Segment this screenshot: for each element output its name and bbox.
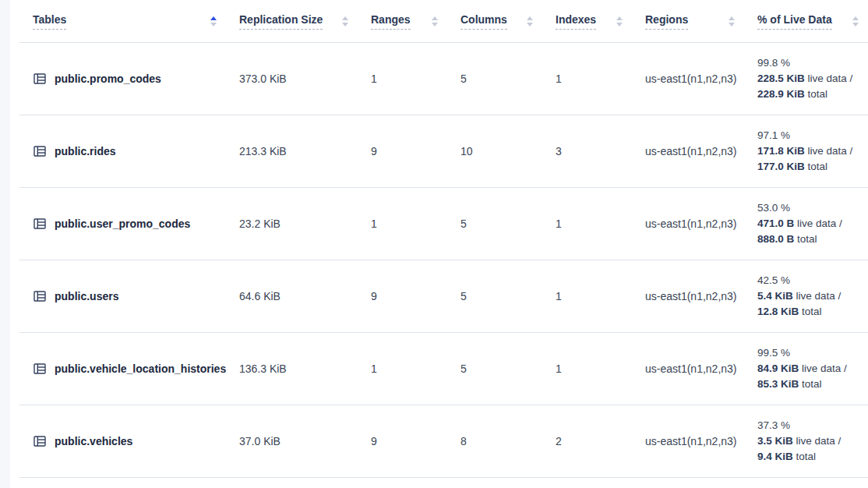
replication-size-value: 213.3 KiB — [226, 145, 358, 157]
indexes-value: 1 — [542, 217, 632, 230]
live-data-amount: 471.0 B live data / — [757, 216, 859, 232]
sort-desc-icon — [852, 23, 859, 27]
live-data-amount: 171.8 KiB live data / — [757, 143, 859, 159]
total-data-amount: 85.3 KiB total — [757, 377, 859, 392]
columns-value: 5 — [447, 72, 542, 85]
column-header-ranges[interactable]: Ranges — [358, 0, 447, 42]
table-grid-icon — [33, 362, 47, 376]
table-name-link[interactable]: public.vehicles — [55, 435, 132, 447]
column-header-label: Regions — [645, 13, 688, 30]
column-header-indexes[interactable]: Indexes — [542, 0, 632, 42]
indexes-value: 2 — [542, 435, 632, 447]
live-data-amount: 5.4 KiB live data / — [757, 288, 859, 304]
ranges-value: 1 — [358, 217, 447, 230]
sort-arrows-icon[interactable] — [852, 16, 859, 27]
replication-size-value: 23.2 KiB — [226, 217, 358, 230]
live-data-percent: 53.0 % — [757, 200, 859, 216]
sort-asc-icon — [432, 16, 438, 20]
database-tables-card: Tables Replication Size Ranges Columns I… — [10, 0, 868, 488]
sort-asc-icon — [729, 16, 735, 20]
live-data-cell: 99.8 % 228.5 KiB live data / 228.9 KiB t… — [744, 55, 868, 102]
column-header-columns[interactable]: Columns — [447, 0, 542, 42]
table-name-cell: public.promo_codes — [19, 72, 226, 86]
table-grid-icon — [33, 289, 47, 303]
regions-value: us-east1(n1,n2,n3) — [632, 72, 744, 85]
column-header-label: Indexes — [556, 13, 596, 30]
sort-arrows-icon[interactable] — [432, 16, 438, 27]
page-background: Tables Replication Size Ranges Columns I… — [0, 0, 868, 488]
columns-value: 5 — [447, 290, 542, 302]
sort-arrows-icon[interactable] — [616, 16, 623, 27]
table-name-cell: public.user_promo_codes — [19, 217, 226, 231]
columns-value: 10 — [447, 145, 542, 157]
columns-value: 5 — [447, 217, 542, 230]
table-grid-icon — [33, 217, 47, 231]
table-row[interactable]: public.user_promo_codes 23.2 KiB 1 5 1 u… — [19, 188, 868, 260]
table-row[interactable]: public.vehicles 37.0 KiB 9 8 2 us-east1(… — [19, 405, 868, 478]
sort-asc-icon — [527, 16, 533, 20]
table-name-link[interactable]: public.vehicle_location_histories — [55, 362, 226, 375]
table-name-link[interactable]: public.promo_codes — [55, 72, 161, 85]
regions-value: us-east1(n1,n2,n3) — [632, 362, 744, 375]
live-data-percent: 99.5 % — [757, 345, 859, 361]
column-header-regions[interactable]: Regions — [632, 0, 744, 42]
total-data-amount: 177.0 KiB total — [757, 159, 859, 175]
ranges-value: 9 — [358, 435, 447, 447]
replication-size-value: 136.3 KiB — [226, 362, 358, 375]
table-row[interactable]: public.vehicle_location_histories 136.3 … — [19, 333, 868, 405]
column-header-name[interactable]: Tables — [19, 0, 226, 42]
live-data-cell: 53.0 % 471.0 B live data / 888.0 B total — [744, 200, 868, 247]
table-name-cell: public.vehicle_location_histories — [19, 362, 226, 376]
live-data-cell: 37.3 % 3.5 KiB live data / 9.4 KiB total — [744, 418, 868, 465]
table-header-row: Tables Replication Size Ranges Columns I… — [19, 0, 868, 43]
sort-desc-icon — [616, 23, 623, 27]
live-data-amount: 3.5 KiB live data / — [757, 433, 859, 449]
table-grid-icon — [33, 434, 47, 448]
regions-value: us-east1(n1,n2,n3) — [632, 145, 744, 157]
table-name-link[interactable]: public.rides — [55, 145, 116, 157]
total-data-amount: 228.9 KiB total — [757, 87, 859, 102]
indexes-value: 3 — [542, 145, 632, 157]
table-name-link[interactable]: public.user_promo_codes — [55, 217, 190, 230]
column-header-label: % of Live Data — [757, 13, 832, 30]
column-header-label: Tables — [33, 13, 66, 30]
ranges-value: 9 — [358, 145, 447, 157]
sort-asc-icon — [342, 16, 348, 20]
table-name-cell: public.vehicles — [19, 434, 226, 448]
column-header-label: Replication Size — [239, 13, 323, 30]
table-grid-icon — [33, 72, 47, 86]
replication-size-value: 37.0 KiB — [226, 435, 358, 447]
ranges-value: 1 — [358, 362, 447, 375]
sort-desc-icon — [210, 23, 217, 27]
regions-value: us-east1(n1,n2,n3) — [632, 217, 744, 230]
table-row[interactable]: public.rides 213.3 KiB 9 10 3 us-east1(n… — [19, 115, 868, 188]
table-name-cell: public.users — [19, 289, 226, 303]
column-header-live[interactable]: % of Live Data — [744, 0, 868, 42]
sort-desc-icon — [729, 23, 735, 27]
table-row[interactable]: public.users 64.6 KiB 9 5 1 us-east1(n1,… — [19, 260, 868, 333]
sort-arrows-icon[interactable] — [210, 16, 217, 27]
total-data-amount: 888.0 B total — [757, 232, 859, 247]
live-data-percent: 42.5 % — [757, 273, 859, 288]
live-data-percent: 99.8 % — [757, 55, 859, 71]
sort-arrows-icon[interactable] — [527, 16, 533, 27]
sort-arrows-icon[interactable] — [729, 16, 735, 27]
total-data-amount: 12.8 KiB total — [757, 304, 859, 320]
column-header-label: Ranges — [371, 13, 411, 30]
table-row[interactable]: public.promo_codes 373.0 KiB 1 5 1 us-ea… — [19, 43, 868, 115]
columns-value: 8 — [447, 435, 542, 447]
replication-size-value: 64.6 KiB — [226, 290, 358, 302]
columns-value: 5 — [447, 362, 542, 375]
sort-desc-icon — [432, 23, 438, 27]
regions-value: us-east1(n1,n2,n3) — [632, 435, 744, 447]
ranges-value: 9 — [358, 290, 447, 302]
live-data-percent: 97.1 % — [757, 128, 859, 143]
column-header-replication_size[interactable]: Replication Size — [226, 0, 358, 42]
sort-arrows-icon[interactable] — [342, 16, 348, 27]
sort-desc-icon — [527, 23, 533, 27]
live-data-cell: 42.5 % 5.4 KiB live data / 12.8 KiB tota… — [744, 273, 868, 320]
sort-asc-icon — [210, 16, 217, 20]
live-data-cell: 97.1 % 171.8 KiB live data / 177.0 KiB t… — [744, 128, 868, 175]
table-name-link[interactable]: public.users — [55, 290, 118, 302]
live-data-amount: 84.9 KiB live data / — [757, 361, 859, 377]
